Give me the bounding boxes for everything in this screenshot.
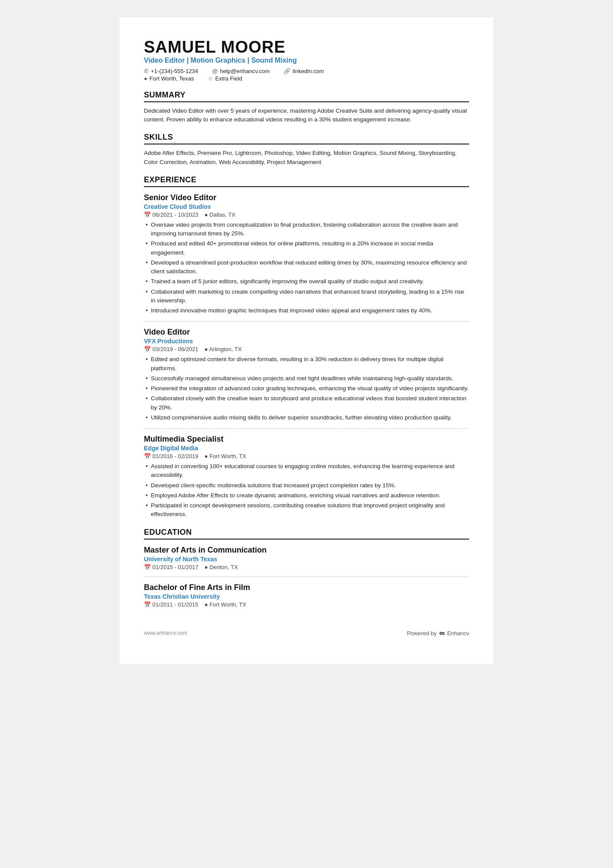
header: SAMUEL MOORE Video Editor | Motion Graph… <box>144 38 469 82</box>
bullet-item: Introduced innovative motion graphic tec… <box>144 306 469 315</box>
company-name: Edge Digital Media <box>144 445 469 452</box>
pin-icon: ● <box>204 453 208 459</box>
calendar-icon: 📅 <box>144 601 151 608</box>
bullet-item: Collaborated with marketing to create co… <box>144 288 469 305</box>
linkedin-icon: 🔗 <box>283 68 290 74</box>
resume-container: SAMUEL MOORE Video Editor | Motion Graph… <box>120 17 493 664</box>
job-item-0: Senior Video Editor Creative Cloud Studi… <box>144 193 469 322</box>
bullet-item: Employed Adobe After Effects to create d… <box>144 491 469 500</box>
bullet-item: Edited and optimized content for diverse… <box>144 355 469 373</box>
footer: www.enhancv.com Powered by ∞ Enhancv <box>144 629 469 638</box>
calendar-icon: 📅 <box>144 453 151 459</box>
linkedin-item: 🔗 linkedin.com <box>283 68 324 74</box>
bullet-item: Produced and edited 40+ promotional vide… <box>144 239 469 257</box>
pin-icon: ● <box>204 346 208 352</box>
bullet-item: Trained a team of 5 junior editors, sign… <box>144 277 469 286</box>
edu-dates: 📅 01/2011 - 01/2015 <box>144 601 198 608</box>
email-item: @ help@enhancv.com <box>212 68 270 74</box>
footer-brand: Powered by ∞ Enhancv <box>407 629 469 638</box>
job-item-2: Multimedia Specialist Edge Digital Media… <box>144 435 469 519</box>
bullet-item: Utilized comprehensive audio mixing skil… <box>144 413 469 422</box>
company-name: Creative Cloud Studios <box>144 203 469 210</box>
brand-logo: ∞ <box>440 629 445 638</box>
location-item: ● Fort Worth, Texas <box>144 75 194 82</box>
bullet-item: Pioneered the integration of advanced co… <box>144 384 469 393</box>
experience-section: EXPERIENCE Senior Video Editor Creative … <box>144 175 469 519</box>
job-location: ● Dallas, TX <box>204 211 235 218</box>
calendar-icon: 📅 <box>144 211 151 218</box>
candidate-title: Video Editor | Motion Graphics | Sound M… <box>144 57 469 64</box>
job-location: ● Arlington, TX <box>204 346 242 352</box>
bullet-item: Developed client-specific multimedia sol… <box>144 481 469 490</box>
location-text: Fort Worth, Texas <box>150 75 194 82</box>
edu-degree: Bachelor of Fine Arts in Film <box>144 583 469 592</box>
bullet-item: Successfully managed simultaneous video … <box>144 374 469 383</box>
bullet-item: Collaborated closely with the creative t… <box>144 394 469 412</box>
contact-row-2: ● Fort Worth, Texas ☆ Extra Field <box>144 75 469 82</box>
edu-meta: 📅 01/2011 - 01/2015 ● Fort Worth, TX <box>144 601 469 608</box>
job-dates: 📅 06/2021 - 10/2023 <box>144 211 198 218</box>
job-meta: 📅 06/2021 - 10/2023 ● Dallas, TX <box>144 211 469 218</box>
bullet-item: Participated in concept development sess… <box>144 501 469 519</box>
job-item-1: Video Editor VFX Productions 📅 03/2019 -… <box>144 328 469 429</box>
bullet-item: Developed a streamlined post-production … <box>144 258 469 276</box>
job-title: Video Editor <box>144 328 469 337</box>
education-section: EDUCATION Master of Arts in Communicatio… <box>144 528 469 608</box>
edu-location: ● Fort Worth, TX <box>204 601 246 608</box>
pin-icon: ● <box>204 564 208 570</box>
company-name: VFX Productions <box>144 338 469 345</box>
edu-container: Master of Arts in Communication Universi… <box>144 546 469 608</box>
bullet-item: Oversaw video projects from conceptualiz… <box>144 221 469 238</box>
job-dates: 📅 03/2019 - 06/2021 <box>144 346 198 352</box>
job-dates: 📅 01/2016 - 02/2019 <box>144 453 198 459</box>
summary-text: Dedicated Video Editor with over 5 years… <box>144 107 469 124</box>
edu-item-0: Master of Arts in Communication Universi… <box>144 546 469 577</box>
skills-section: SKILLS Adobe After Effects, Premiere Pro… <box>144 133 469 167</box>
skills-title: SKILLS <box>144 133 469 144</box>
edu-dates: 📅 01/2015 - 01/2017 <box>144 564 198 570</box>
phone-icon: ✆ <box>144 68 149 74</box>
star-icon: ☆ <box>208 75 213 82</box>
edu-degree: Master of Arts in Communication <box>144 546 469 555</box>
footer-website: www.enhancv.com <box>144 630 187 636</box>
calendar-icon: 📅 <box>144 346 151 352</box>
email-address: help@enhancv.com <box>220 68 270 74</box>
edu-item-1: Bachelor of Fine Arts in Film Texas Chri… <box>144 583 469 608</box>
job-bullets: Edited and optimized content for diverse… <box>144 355 469 422</box>
job-location: ● Fort Worth, TX <box>204 453 246 459</box>
jobs-container: Senior Video Editor Creative Cloud Studi… <box>144 193 469 519</box>
education-title: EDUCATION <box>144 528 469 540</box>
job-meta: 📅 03/2019 - 06/2021 ● Arlington, TX <box>144 346 469 352</box>
powered-by-text: Powered by <box>407 630 437 637</box>
candidate-name: SAMUEL MOORE <box>144 38 469 57</box>
extra-field-text: Extra Field <box>215 75 242 82</box>
extra-field-item: ☆ Extra Field <box>208 75 242 82</box>
phone-item: ✆ +1-(234)-555-1234 <box>144 68 198 74</box>
edu-school: Texas Christian University <box>144 593 469 600</box>
location-icon: ● <box>144 75 147 82</box>
job-meta: 📅 01/2016 - 02/2019 ● Fort Worth, TX <box>144 453 469 459</box>
contact-row-1: ✆ +1-(234)-555-1234 @ help@enhancv.com 🔗… <box>144 68 469 74</box>
bullet-item: Assisted in converting 100+ educational … <box>144 462 469 480</box>
job-title: Multimedia Specialist <box>144 435 469 444</box>
summary-section: SUMMARY Dedicated Video Editor with over… <box>144 90 469 124</box>
edu-location: ● Denton, TX <box>204 564 238 570</box>
skills-text: Adobe After Effects, Premiere Pro, Light… <box>144 149 469 167</box>
phone-number: +1-(234)-555-1234 <box>151 68 198 74</box>
pin-icon: ● <box>204 601 208 608</box>
linkedin-url: linkedin.com <box>293 68 324 74</box>
email-icon: @ <box>212 68 218 74</box>
edu-meta: 📅 01/2015 - 01/2017 ● Denton, TX <box>144 564 469 570</box>
brand-name: Enhancv <box>447 630 469 637</box>
summary-title: SUMMARY <box>144 90 469 102</box>
job-bullets: Oversaw video projects from conceptualiz… <box>144 221 469 315</box>
job-bullets: Assisted in converting 100+ educational … <box>144 462 469 519</box>
job-title: Senior Video Editor <box>144 193 469 202</box>
edu-school: University of North Texas <box>144 556 469 563</box>
calendar-icon: 📅 <box>144 564 151 570</box>
pin-icon: ● <box>204 211 208 218</box>
experience-title: EXPERIENCE <box>144 175 469 187</box>
